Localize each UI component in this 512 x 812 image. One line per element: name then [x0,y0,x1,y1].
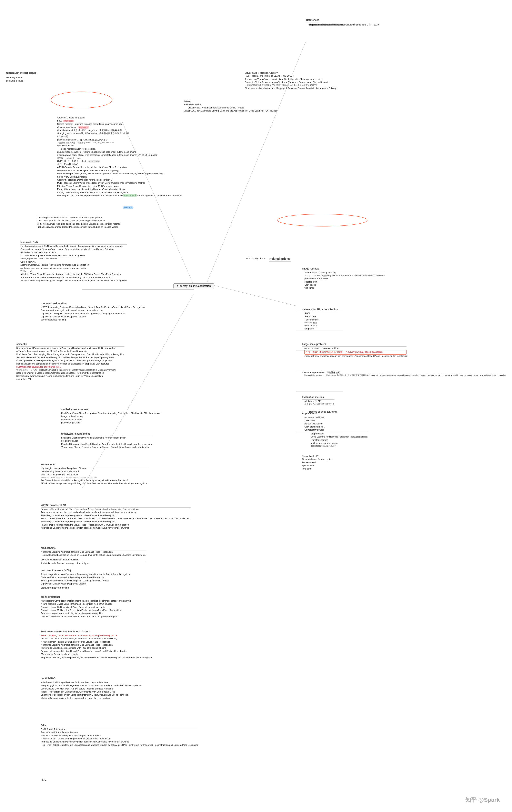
ref-item: Visual SLAM for Automated Driving: Explo… [184,109,277,112]
ls-item: image retrieval and place recognition co… [304,354,406,357]
ir-sub: fine-tuned [304,286,385,289]
svg-point-12 [277,214,367,226]
page-container: a_survey_on_PRLocalization References CV… [0,0,512,812]
pc-item: depth estimation [57,144,182,147]
place-cat-section: Attention Models, long-term BoW IROS 201… [57,116,182,197]
sim-item: place categorization [61,421,160,424]
pc-item: Look No Deeper: Recognizing Places from … [57,172,182,175]
ref-item: Visual Place Recognition for Autonomous … [188,106,277,109]
ae-item: SiCNF: affined image matching with Bag o… [41,482,147,485]
dr-item: HriN-Based CNN Image Features for Indoor… [41,681,141,684]
pc-item: Multi-Process Fusion: Visual Place Recog… [57,181,182,184]
fr-label: Feature reconstruction multimodal featur… [41,630,153,634]
svg-line-4 [82,294,194,489]
label-item: relocalization and loop closure [6,71,36,75]
omni-item: Multisession: Omni-directional long-term… [41,599,131,603]
sem-item: Don't Look Back: Robustifying Place Cate… [16,353,125,356]
filed-scheme-section: filed scheme A Transfer Learning Approac… [41,546,145,565]
large-scale-section: Large-scale problem across seasons / dyn… [302,343,406,357]
ls-label: Large-scale problem [302,343,406,347]
methods-label: methods, algorithms [245,257,265,260]
sim-item: landmark distribution [61,418,160,421]
m-label: methods, algorithms [245,257,265,260]
ds-label: datasets for PR or Localization [302,308,338,312]
lm-item: MRS-VPR: a multi-resolution sampling bas… [37,223,120,226]
app-item: street-view [304,419,325,422]
ir-item: pre-trained/off-the-shelf [304,277,385,280]
sim-item: Real-Time Visual Place Recognition Based… [61,412,160,415]
ir-item: specific arch [304,280,385,283]
ae-label: autoencoder [41,463,147,467]
feature-recon-section: Feature reconstruction multimodal featur… [41,630,153,659]
pc-item zh: Omnidirectional 全景成人P面...long-term...全无线… [57,129,182,132]
omni-item: Omnidirectional Multisession Perception … [41,609,131,612]
sem-item: 拉上清楚的是一个东西-- a Robust Semantic (Semantic… [16,369,125,372]
pc-item: A Multi-Domain Feature Learning Method f… [57,166,182,169]
sim-item: image retrieval survey [61,415,160,418]
rt-item: deep supervised hashing [41,318,145,321]
autoencoder-section: autoencoder Lightweight Unsupervised Dee… [41,463,147,485]
references-sub: Visual place recognition A survey ↑ Past… [245,71,338,90]
pc-item: Effective Visual Place Recognition Using… [57,185,182,188]
gan-item: CNN-SLAM: Tateno et al. [41,728,198,731]
lm-item: Localizing Discriminative Visual Landmar… [37,216,120,219]
uw-item: Localizing Discriminative Visual Landmar… [61,436,153,439]
rt-item: Lightweight Unsupervised Deep Loop Closu… [41,315,145,318]
rt-item: One feature for recognition for real-tim… [41,309,145,312]
label-item: semantic discuss [6,79,36,82]
pc-item: Learning ad-hoc Compact Representations … [57,194,182,197]
pn-item: END-TO-END VISUAL PLACE RECOGNITION BASE… [41,517,191,520]
sem-item: A Transfer Learning Approach for Multi-C… [16,350,125,353]
similarity-section: similarity measurement Real-Time Visual … [61,408,160,424]
pn-item: Semantic-Geometric Visual Place Recognit… [41,508,191,511]
runtime-label: runtime consideration [41,302,145,306]
op-item: long-term [302,467,332,470]
op-item: Semantics for PR [302,455,332,458]
watermark: 知乎 @Spark [465,796,500,804]
runtime-section: runtime consideration HBST: A Hamming Di… [41,302,145,321]
omni-section: omni-directional Multisession: Omni-dire… [41,595,131,618]
depth-rgb-section: depthRGB-D HriN-Based CNN Image Features… [41,677,141,700]
em-label: Evaluation metrics [302,396,334,400]
fr-item: Visual Localization to Place Recognition… [41,637,153,640]
sem-item: Robust visual semi-semantic loop closure… [16,362,125,365]
rnn-label: rescurrent network (MCN) [41,569,131,573]
ros-section: ROS 2018 [123,206,133,209]
omni-item: Neural Network Based Long-Term Place Rec… [41,603,131,606]
lc-item: Are State-of-the-art Visual Place Recogn… [20,276,127,279]
gan-item: Addressing Challenging Place Recognition… [41,740,198,743]
ir-label: image retrieval [302,267,385,271]
semantic-section: semantic Real-time Visual Place Recognit… [16,343,125,381]
landmark-cnn-section: landmark+CNN Local region detector + CNN… [20,240,127,282]
pc-item: BoW IROS 2018 [57,119,182,122]
ds-item: RGBDILidar [304,315,338,318]
lc-item: SiCNF: affined image matching with Bag o… [20,279,127,282]
pc-item: CVPR 2016、 相符合、 depth CVPR 2019 [57,160,182,163]
rt-item: HBST: A Hamming Distance Embedding Binar… [41,306,145,309]
related-articles-label: Related articles [269,257,291,262]
tl-label: domain transfer/transfer learning [41,558,145,562]
uw-item: Visual Loop Closure Detection Based on S… [61,446,153,449]
ae-item: 24/7 place recognition to now confoss [41,473,147,476]
dr-label: depthRGB-D [41,677,141,681]
graph-item: Deep Learning for Robotics Perception IC… [311,435,368,438]
uw-label: underwater environment [61,432,153,436]
fr-item: A Multi-Domain Feature Learning Method f… [41,640,153,643]
pc-item: unsupervised network for feature embeddi… [57,150,182,153]
gan-item: Real-Time RGB-D Simultaneous Localizatio… [41,744,198,747]
rnn-item: Distance Metric Learning for Feature-agn… [41,576,131,579]
lc-item: Yi Hou et al. [20,270,127,273]
lc-item: on the performance of convolutional: a s… [20,267,127,270]
fr-item: A Transfer Learning Approach for Multi-C… [41,643,153,646]
left-more: Localizing Discriminative Visual Landmar… [37,216,120,229]
pn-item: Filter Early, Match Late: Improving Netw… [41,514,191,517]
sem-item: Semantic-Geometric Visual Place Recognit… [16,356,125,359]
lc-item: A Holistic Visual Place Recognition Appr… [20,273,127,276]
datasets-section: datasets for PR or Localization RGBi RGB… [302,308,338,330]
gan-item: A Multi-Domain Feature Learning Method f… [41,737,198,740]
ref-item: Visual place recognition A survey ↑ [245,71,338,75]
ir-item: feature based VS deep learning [304,271,385,274]
lc-item: GBT meet CNN [20,260,127,263]
rnn-item: Self-Supervised Visual Place Recognition… [41,579,131,582]
fs-label: filed scheme [41,546,145,550]
